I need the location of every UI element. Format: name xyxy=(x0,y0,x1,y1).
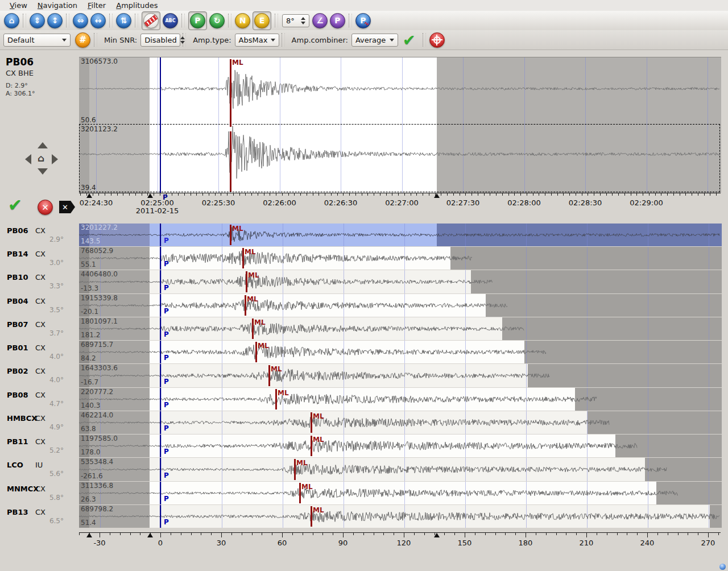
min-snr-spinbox[interactable]: Disabled xyxy=(140,34,180,47)
amp-type-select[interactable]: AbsMax xyxy=(235,34,279,47)
waveform xyxy=(79,317,721,340)
normalize-horizontal-icon[interactable]: ↔ xyxy=(90,13,106,28)
amp-combiner-select[interactable]: Average xyxy=(351,34,398,47)
row-max-amplitude: 689798.2 xyxy=(81,505,113,513)
station-trace-row[interactable]: MLP1915339.8-20.1 xyxy=(79,294,722,317)
remove-station-button[interactable]: ✕ xyxy=(59,201,75,213)
normalize-vertical-icon[interactable]: ↕ xyxy=(47,13,63,28)
ml-pick-marker[interactable] xyxy=(294,459,296,480)
ml-pick-marker[interactable] xyxy=(268,365,270,386)
ml-pick-marker[interactable] xyxy=(230,59,231,192)
phase-labels-icon[interactable]: ABC xyxy=(163,13,178,28)
relocate-icon[interactable]: ↻ xyxy=(209,13,225,28)
pick-p-phase-icon[interactable]: P xyxy=(190,13,205,28)
axis-tick xyxy=(460,193,460,196)
p-pick-marker[interactable] xyxy=(160,435,161,457)
menu-view[interactable]: View xyxy=(5,1,32,11)
station-trace-row[interactable]: MLP3201227.2143.5 xyxy=(79,224,722,246)
measure-amplitude-icon[interactable]: ∠ xyxy=(312,13,328,28)
pan-right-button[interactable] xyxy=(52,154,58,164)
fit-traces-icon[interactable]: ⇅ xyxy=(116,13,131,28)
window-boundary-marker[interactable] xyxy=(434,533,440,537)
apply-check-button[interactable]: ✔ xyxy=(403,31,416,49)
p-phase-label: P xyxy=(164,518,169,526)
network-code: CX xyxy=(35,485,46,493)
hash-filter-button[interactable]: # xyxy=(75,32,90,48)
ml-pick-marker[interactable] xyxy=(311,436,312,456)
ml-pick-marker[interactable] xyxy=(242,248,244,268)
ml-pick-marker[interactable] xyxy=(246,271,247,292)
zoom-trace-view[interactable]: ML3106573.050.63201123.239.4 xyxy=(79,57,721,193)
station-trace-row[interactable]: MLP220777.2140.3 xyxy=(79,388,722,411)
expand-vertical-icon[interactable]: ⇕ xyxy=(30,13,45,28)
axis-tick xyxy=(526,533,526,537)
distance-spin[interactable]: 8° xyxy=(282,14,309,27)
expand-horizontal-icon[interactable]: ⇔ xyxy=(73,13,88,28)
reject-trace-button[interactable]: ✕ xyxy=(38,200,53,215)
axis-tick xyxy=(140,533,140,535)
network-code: CX xyxy=(35,297,46,305)
station-trace-row[interactable]: MLP462214.063.8 xyxy=(79,411,722,434)
window-boundary-marker[interactable] xyxy=(434,193,440,198)
ml-pick-marker[interactable] xyxy=(311,412,312,433)
axis-tick xyxy=(465,533,465,537)
filter-profile-select[interactable]: Default xyxy=(3,34,71,47)
station-trace-row[interactable]: MLP689715.784.2 xyxy=(79,341,722,363)
ml-pick-marker[interactable] xyxy=(230,225,231,245)
station-trace-row[interactable]: MLP768052.955.1 xyxy=(79,247,722,270)
p-pick-marker[interactable] xyxy=(160,317,161,340)
p-pick-marker[interactable] xyxy=(160,458,161,481)
p-pick-marker[interactable] xyxy=(160,388,161,411)
axis-tick xyxy=(563,193,564,196)
p-pick-marker[interactable] xyxy=(160,57,161,193)
component-north-icon[interactable]: N xyxy=(235,13,250,28)
menu-navigation[interactable]: Navigation xyxy=(32,1,82,11)
station-trace-row[interactable]: MLP4406480.0-13.3 xyxy=(79,270,722,293)
p-pick-marker[interactable] xyxy=(160,224,161,246)
station-trace-row[interactable]: MLP1197585.0178.0 xyxy=(79,435,722,457)
p-pick-marker[interactable] xyxy=(160,411,161,434)
pan-up-button[interactable] xyxy=(38,142,48,148)
window-boundary-marker[interactable] xyxy=(147,193,153,198)
station-trace-row[interactable]: MLP311336.826.3 xyxy=(79,482,722,504)
menu-filter[interactable]: Filter xyxy=(82,1,111,11)
p-pick-marker[interactable] xyxy=(160,364,161,387)
p-pick-marker[interactable] xyxy=(160,247,161,270)
axis-tick xyxy=(551,193,552,196)
spin-arrows-icon[interactable] xyxy=(177,36,185,44)
menu-amplitudes[interactable]: Amplitudes xyxy=(111,1,163,11)
commit-target-button[interactable] xyxy=(429,32,445,48)
station-trace-row[interactable]: MLP1643303.6-16.7 xyxy=(79,364,722,387)
station-trace-row[interactable]: MLP1801097.1181.2 xyxy=(79,317,722,340)
window-boundary-marker[interactable] xyxy=(147,533,153,537)
p-pick-marker[interactable] xyxy=(160,341,161,363)
component-east-icon[interactable]: E xyxy=(254,13,270,28)
station-trace-row[interactable]: MLP535348.4-261.6 xyxy=(79,458,722,481)
window-boundary-marker[interactable] xyxy=(86,193,92,198)
accept-trace-button[interactable]: ✔ xyxy=(8,195,22,215)
ml-pick-marker[interactable] xyxy=(275,389,277,409)
spin-arrows-icon[interactable] xyxy=(297,17,305,24)
ml-pick-marker[interactable] xyxy=(299,483,301,503)
p-pick-marker[interactable] xyxy=(160,270,161,293)
measure-ruler-icon[interactable] xyxy=(143,13,159,28)
ml-pick-marker[interactable] xyxy=(311,506,312,527)
window-boundary-marker[interactable] xyxy=(86,533,92,537)
recompute-amplitudes-icon[interactable]: P xyxy=(355,13,371,28)
ml-pick-marker[interactable] xyxy=(252,318,254,339)
pan-left-button[interactable] xyxy=(25,154,31,164)
p-pick-marker[interactable] xyxy=(160,505,161,528)
ml-pick-marker[interactable] xyxy=(245,295,246,316)
axis-tick xyxy=(79,533,80,535)
axis-tick xyxy=(211,533,212,535)
resize-grip-icon[interactable] xyxy=(719,564,726,570)
station-trace-row[interactable]: MLP689798.251.4 xyxy=(79,505,722,528)
p-pick-marker[interactable] xyxy=(160,294,161,317)
pick-amplitude-icon[interactable]: P xyxy=(330,13,345,28)
home-icon[interactable]: ⌂ xyxy=(4,13,19,28)
p-pick-marker[interactable] xyxy=(160,482,161,504)
pan-down-button[interactable] xyxy=(38,168,48,175)
home-view-button[interactable]: ⌂ xyxy=(38,152,44,164)
filter-profile-value: Default xyxy=(7,36,35,44)
ml-pick-marker[interactable] xyxy=(255,342,257,362)
